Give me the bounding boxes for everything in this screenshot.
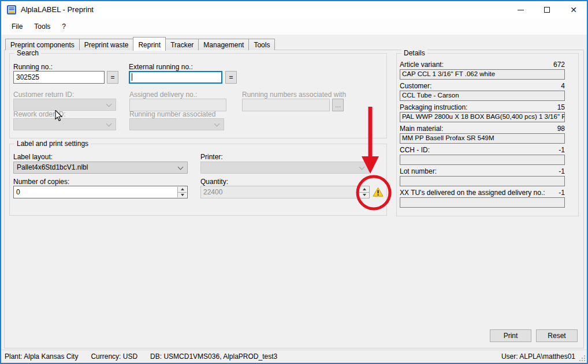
assigned-delivery-no-label: Assigned delivery no.: [129, 91, 197, 99]
label-layout-combobox[interactable]: Pallet4x6Std1bcV1.nlbl [13, 162, 188, 174]
maximize-icon [544, 7, 550, 13]
print-button[interactable]: Print [490, 329, 531, 342]
resize-grip[interactable] [579, 355, 586, 362]
detail-id: -1 [559, 146, 565, 154]
spin-down-button[interactable] [359, 192, 369, 198]
menu-item-tools[interactable]: Tools [28, 20, 56, 33]
quantity-label: Quantity: [200, 178, 228, 186]
text-caret [132, 73, 132, 81]
window-controls: ✕ [507, 1, 587, 18]
spin-down-button[interactable] [178, 192, 187, 198]
detail-id: 4 [561, 82, 565, 90]
details-group-title: Details [401, 49, 427, 57]
running-no-input[interactable] [13, 71, 105, 84]
arrow-down-icon [363, 194, 366, 196]
external-running-no-equals-button[interactable]: = [225, 71, 237, 84]
tab-strip: Preprint componentsPreprint wasteReprint… [5, 36, 275, 50]
running-numbers-associated-with-input [242, 99, 330, 111]
maximize-button[interactable] [534, 1, 560, 18]
external-running-no-label: External running no.: [129, 63, 193, 71]
tab-tools[interactable]: Tools [248, 39, 275, 50]
customer-return-id-label: Customer return ID: [13, 91, 74, 99]
detail-id: -1 [559, 189, 565, 197]
detail-id: 672 [553, 61, 565, 69]
status-db: DB: USMCD1VMS036, AlplaPROD_test3 [150, 352, 277, 361]
customer-return-id-combobox [13, 99, 116, 111]
details-row: Main material:98MM PP Basell Profax SR 5… [400, 125, 565, 144]
search-group: Search Running no.: = External running n… [9, 53, 387, 138]
detail-id: -1 [559, 167, 565, 175]
external-running-no-input[interactable] [129, 71, 222, 84]
details-row: XX TU's delivered on the assigned delive… [400, 189, 565, 208]
detail-value-box [400, 155, 565, 165]
chevron-down-icon [359, 164, 365, 170]
minimize-button[interactable] [507, 1, 534, 18]
tab-management[interactable]: Management [198, 39, 249, 50]
detail-value-box [400, 176, 565, 186]
menu-bar: FileTools? [1, 18, 587, 35]
status-plant: Plant: Alpla Kansas City [5, 352, 78, 361]
detail-value-box: CCL Tube - Carson [400, 91, 565, 101]
chevron-down-icon [106, 102, 112, 107]
detail-value-box: PAL WWP 2800u X 18 BOX BAG(50,400 pcs) 1… [400, 112, 565, 122]
detail-id: 98 [557, 125, 565, 133]
arrow-up-icon [181, 188, 184, 190]
chevron-down-icon [214, 121, 220, 127]
detail-value-box: CAP CCL 1 3/16" FT .062 white [400, 69, 565, 80]
details-group: Details Article variant:672CAP CCL 1 3/1… [396, 53, 579, 216]
app-window: AlplaLABEL - Preprint ✕ FileTools? Prepr… [0, 0, 588, 364]
details-row: Lot number:-1 [400, 167, 565, 186]
menu-item-file[interactable]: File [6, 20, 28, 33]
arrow-up-icon [363, 188, 366, 190]
reset-button[interactable]: Reset [536, 329, 578, 342]
detail-label: Article variant: [400, 61, 444, 69]
assigned-delivery-no-input [129, 99, 226, 111]
label-layout-value: Pallet4x6Std1bcV1.nlbl [17, 163, 88, 171]
status-user: User: ALPLA\matthes01 [501, 352, 575, 361]
details-row: CCH - ID:-1 [400, 146, 565, 165]
details-row: Packaging instruction:15PAL WWP 2800u X … [400, 103, 565, 122]
details-row: Article variant:672CAP CCL 1 3/16" FT .0… [400, 61, 565, 80]
detail-label: Lot number: [400, 167, 437, 175]
warning-icon [373, 187, 384, 197]
window-title: AlplaLABEL - Preprint [21, 1, 94, 18]
chevron-down-icon [106, 121, 112, 127]
label-print-settings-group: Label and print settings Label layout: P… [9, 144, 387, 216]
status-bar: Plant: Alpla Kansas City Currency: USD D… [1, 350, 587, 363]
close-icon: ✕ [570, 6, 577, 14]
printer-label: Printer: [200, 153, 223, 161]
number-of-copies-stepper[interactable]: 0 [13, 186, 188, 198]
detail-label: CCH - ID: [400, 146, 430, 154]
label-layout-label: Label layout: [13, 153, 53, 161]
settings-group-title: Label and print settings [14, 140, 91, 148]
printer-combobox [200, 162, 369, 174]
mouse-cursor [55, 110, 63, 122]
title-bar: AlplaLABEL - Preprint ✕ [1, 1, 587, 18]
close-button[interactable]: ✕ [560, 1, 587, 18]
tab-preprint-waste[interactable]: Preprint waste [79, 39, 134, 50]
tab-preprint-components[interactable]: Preprint components [5, 39, 80, 50]
detail-value-box [400, 197, 565, 208]
detail-value-box: MM PP Basell Profax SR 549M [400, 133, 565, 144]
running-no-equals-button[interactable]: = [107, 71, 118, 84]
detail-id: 15 [557, 103, 565, 111]
number-of-copies-value: 0 [16, 188, 20, 196]
quantity-input [200, 186, 358, 198]
running-number-associated-label: Running number associated [129, 110, 215, 118]
arrow-down-icon [181, 194, 184, 196]
tab-tracker[interactable]: Tracker [165, 39, 199, 50]
detail-label: Main material: [400, 125, 443, 133]
menu-item-[interactable]: ? [56, 20, 72, 33]
tab-reprint[interactable]: Reprint [133, 37, 166, 51]
running-numbers-browse-button: ... [332, 99, 344, 111]
chevron-down-icon [178, 164, 184, 170]
quantity-spinner[interactable] [359, 186, 370, 198]
copies-spinner [177, 187, 187, 197]
spin-up-button[interactable] [178, 187, 187, 192]
details-row: Customer:4CCL Tube - Carson [400, 82, 565, 101]
status-currency: Currency: USD [91, 352, 137, 361]
number-of-copies-label: Number of copies: [13, 178, 69, 186]
search-group-title: Search [14, 49, 41, 57]
spin-up-button[interactable] [359, 186, 369, 192]
detail-label: XX TU's delivered on the assigned delive… [400, 189, 545, 197]
